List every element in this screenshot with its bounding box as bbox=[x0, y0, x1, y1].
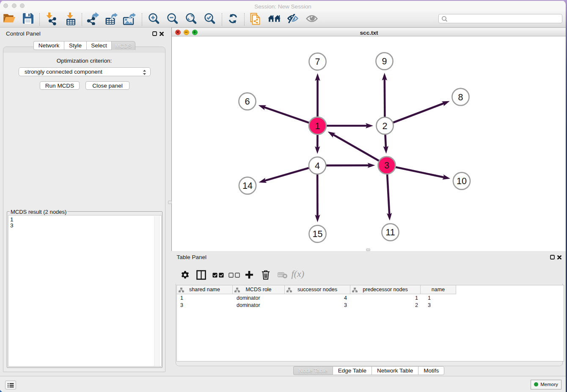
svg-text:4: 4 bbox=[315, 161, 320, 171]
svg-text:9: 9 bbox=[382, 56, 387, 66]
svg-text:3: 3 bbox=[384, 160, 389, 171]
svg-text:8: 8 bbox=[458, 92, 463, 102]
svg-text:1: 1 bbox=[315, 121, 320, 131]
svg-text:15: 15 bbox=[313, 229, 323, 239]
svg-text:6: 6 bbox=[245, 97, 250, 107]
svg-text:7: 7 bbox=[315, 57, 320, 67]
svg-text:14: 14 bbox=[242, 181, 253, 191]
svg-text:2: 2 bbox=[383, 121, 388, 131]
svg-text:10: 10 bbox=[457, 176, 467, 186]
svg-text:11: 11 bbox=[385, 227, 395, 237]
